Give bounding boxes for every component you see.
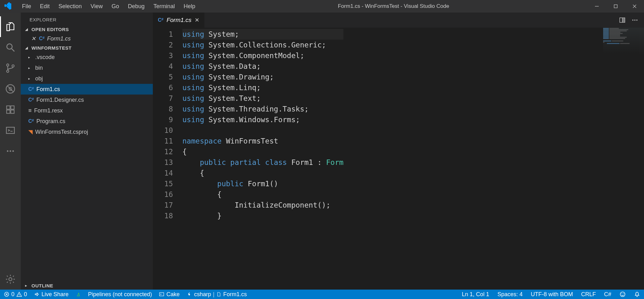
file-name: Form1.Designer.cs — [36, 97, 84, 103]
tree-item-form1-designer-cs[interactable]: Form1.Designer.cs — [21, 95, 153, 105]
ellipsis-icon — [6, 146, 15, 156]
activity-settings[interactable] — [0, 269, 21, 290]
menu-selection[interactable]: Selection — [54, 0, 86, 13]
chevron-right-icon: ▸ — [28, 55, 33, 59]
csharp-file-icon — [28, 118, 34, 124]
svg-rect-1 — [614, 5, 617, 8]
tab-form1[interactable]: Form1.cs ✕ — [153, 13, 205, 28]
status-live-share[interactable]: Live Share — [34, 291, 69, 298]
status-azure[interactable] — [75, 291, 81, 297]
status-problems[interactable]: 0 0 — [4, 291, 27, 298]
tree-item-obj[interactable]: ▸obj — [21, 73, 153, 84]
status-language[interactable]: C# — [604, 291, 611, 298]
activity-more[interactable] — [0, 141, 21, 161]
svg-point-29 — [19, 296, 19, 296]
folder-name: obj — [35, 75, 43, 82]
tree-item-bin[interactable]: ▸bin — [21, 63, 153, 73]
close-icon[interactable]: ✕ — [30, 35, 36, 42]
gear-icon — [5, 274, 16, 285]
status-encoding[interactable]: UTF-8 with BOM — [531, 291, 573, 298]
explorer-sidebar: EXPLORER ◢ OPEN EDITORS ✕ Form1.cs ◢ WIN… — [21, 13, 153, 290]
tree-item-form1-cs[interactable]: Form1.cs — [21, 84, 153, 95]
activity-search[interactable] — [0, 37, 21, 58]
status-cursor[interactable]: Ln 1, Col 1 — [462, 291, 489, 298]
status-pipelines[interactable]: Pipelines (not connected) — [88, 291, 152, 298]
activity-source-control[interactable] — [0, 58, 21, 79]
project-header[interactable]: ◢ WINFORMSTEST — [21, 44, 153, 52]
close-icon[interactable]: ✕ — [195, 17, 199, 24]
smiley-icon — [619, 291, 626, 297]
tab-label: Form1.cs — [167, 17, 192, 24]
open-editors-header[interactable]: ◢ OPEN EDITORS — [21, 25, 153, 33]
more-icon[interactable] — [631, 17, 638, 24]
menu-file[interactable]: File — [18, 0, 36, 13]
tree-item-program-cs[interactable]: Program.cs — [21, 116, 153, 127]
chevron-down-icon: ◢ — [25, 46, 31, 50]
status-omnisharp[interactable]: csharp | Form1.cs — [186, 291, 247, 298]
csharp-file-icon — [158, 17, 164, 23]
split-editor-icon[interactable] — [619, 17, 626, 24]
search-icon — [5, 42, 16, 53]
active-file-label: Form1.cs — [223, 291, 247, 298]
warning-icon — [16, 291, 22, 297]
flame-icon — [186, 291, 192, 297]
file-name: WinFormsTest.csproj — [35, 129, 88, 135]
status-eol[interactable]: CRLF — [581, 291, 596, 298]
live-share-label: Live Share — [42, 291, 69, 298]
menu-view[interactable]: View — [86, 0, 107, 13]
open-editor-file[interactable]: ✕ Form1.cs — [21, 33, 153, 44]
menu-go[interactable]: Go — [107, 0, 124, 13]
status-bar: 0 0 Live Share Pipelines (not connected)… — [0, 290, 644, 299]
chevron-right-icon: ▸ — [28, 66, 33, 70]
branch-icon — [5, 63, 16, 73]
outline-header[interactable]: ▸ OUTLINE — [21, 282, 153, 290]
status-indent[interactable]: Spaces: 4 — [497, 291, 523, 298]
outline-label: OUTLINE — [31, 283, 53, 288]
svg-point-17 — [12, 150, 14, 152]
svg-rect-13 — [11, 106, 14, 109]
svg-point-15 — [7, 150, 8, 152]
window-controls — [587, 0, 644, 13]
minimap[interactable] — [603, 28, 644, 62]
svg-point-32 — [622, 293, 622, 294]
svg-point-18 — [9, 278, 12, 281]
csharp-file-icon — [28, 97, 34, 103]
project-label: WINFORMSTEST — [31, 45, 72, 51]
window-title: Form1.cs - WinFormsTest - Visual Studio … — [200, 3, 587, 9]
minimize-button[interactable] — [587, 0, 606, 13]
chevron-down-icon: ◢ — [25, 27, 31, 31]
terminal-icon — [159, 291, 164, 297]
status-notifications[interactable] — [634, 291, 640, 297]
svg-point-6 — [7, 64, 9, 66]
title-bar: FileEditSelectionViewGoDebugTerminalHelp… — [0, 0, 644, 13]
close-button[interactable] — [625, 0, 644, 13]
open-editors-label: OPEN EDITORS — [31, 27, 69, 32]
svg-point-8 — [12, 65, 14, 67]
menu-edit[interactable]: Edit — [36, 0, 54, 13]
code-content[interactable]: using System;using System.Collections.Ge… — [182, 28, 343, 290]
code-editor[interactable]: 123456789101112131415161718 using System… — [153, 28, 644, 290]
activity-bar — [0, 13, 21, 290]
svg-point-22 — [632, 19, 634, 21]
menu-debug[interactable]: Debug — [124, 0, 149, 13]
menu-terminal[interactable]: Terminal — [149, 0, 179, 13]
status-feedback[interactable] — [619, 291, 626, 297]
activity-extensions[interactable] — [0, 99, 21, 120]
status-cake[interactable]: Cake — [159, 291, 180, 298]
tree-item--vscode[interactable]: ▸.vscode — [21, 52, 153, 63]
tree-item-form1-resx[interactable]: ≡Form1.resx — [21, 105, 153, 116]
editor-tabs: Form1.cs ✕ — [153, 13, 644, 28]
svg-rect-12 — [11, 110, 14, 113]
vscode-logo-icon — [4, 2, 12, 10]
activity-terminal[interactable] — [0, 120, 21, 141]
menu-help[interactable]: Help — [179, 0, 200, 13]
azure-icon — [75, 291, 81, 297]
menu-bar: FileEditSelectionViewGoDebugTerminalHelp — [18, 0, 200, 13]
activity-explorer[interactable] — [0, 16, 21, 37]
svg-point-24 — [636, 19, 638, 21]
activity-debug[interactable] — [0, 79, 21, 99]
file-name: Form1.cs — [36, 86, 60, 93]
file-name: Program.cs — [36, 118, 65, 125]
maximize-button[interactable] — [606, 0, 625, 13]
tree-item-winformstest-csproj[interactable]: ◥WinFormsTest.csproj — [21, 127, 153, 137]
